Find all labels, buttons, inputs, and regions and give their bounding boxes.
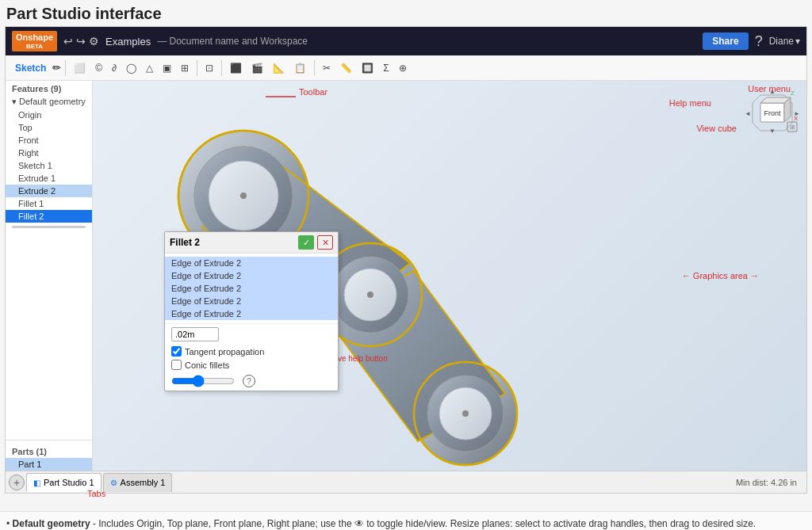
toolbar-btn-5[interactable]: △ — [142, 60, 157, 76]
dialog-title: Fillet 2 — [170, 237, 200, 248]
tab-part-studio-label: Part Studio 1 — [44, 478, 94, 487]
footer-text: - Includes Origin, Top plane, Front plan… — [90, 518, 756, 529]
tangent-propagation-checkbox[interactable] — [171, 346, 182, 357]
bottom-tabs: + ◧ Part Studio 1 ⚙ Assembly 1 Min dist:… — [6, 471, 806, 493]
help-menu-annotation: Help menu — [669, 98, 711, 108]
dialog-checkbox-tangent: Tangent propagation — [165, 345, 338, 358]
dialog-header-buttons: ✓ ✕ — [298, 235, 333, 250]
features-title: Features (9) — [6, 81, 92, 95]
dialog-ok-button[interactable]: ✓ — [298, 235, 314, 250]
tab-assembly-label: Assembly 1 — [121, 478, 166, 487]
toolbar-divider-4 — [314, 60, 315, 76]
toolbar-btn-17[interactable]: ⊕ — [395, 60, 411, 76]
sidebar-item-extrude2[interactable]: Extrude 2 — [6, 185, 92, 197]
graphics-area-annotation: ← Graphics area → — [682, 271, 759, 280]
toolbar-btn-6[interactable]: ▣ — [159, 60, 175, 76]
svg-text:◄: ◄ — [745, 110, 751, 117]
share-button[interactable]: Share — [703, 32, 748, 50]
user-menu-annotation: User menu — [748, 84, 791, 93]
chevron-down-icon: ▾ — [795, 36, 800, 47]
top-bar-right: Share ? Diane ▾ — [703, 32, 800, 50]
svg-text:Z: Z — [791, 90, 795, 97]
conic-fillets-checkbox[interactable] — [171, 360, 182, 370]
sidebar-item-origin[interactable]: Origin — [6, 109, 92, 121]
sketch-button[interactable]: Sketch — [10, 61, 51, 75]
user-menu[interactable]: Diane ▾ — [769, 36, 800, 47]
toolbar-divider-1 — [65, 60, 66, 76]
toolbar-btn-8[interactable]: ⊡ — [201, 60, 217, 76]
sidebar-item-part1[interactable]: Part 1 — [6, 458, 92, 471]
sidebar-spacer — [6, 231, 92, 238]
svg-text:►: ► — [794, 110, 800, 117]
toolbar-btn-11[interactable]: 📐 — [269, 60, 289, 76]
app-container: Onshape BETA ↩ ↪ ⚙ Examples — Document n… — [5, 26, 807, 494]
page-title: Part Studio interface — [0, 0, 812, 26]
assembly-icon: ⚙ — [110, 479, 117, 487]
sidebar: Features (9) ▾ Default geometry Origin T… — [6, 81, 93, 471]
toolbar-btn-9[interactable]: ⬛ — [226, 60, 246, 76]
toolbar: Sketch ✏ ⬜ © ∂ ◯ △ ▣ ⊞ ⊡ ⬛ 🎬 📐 📋 ✂ 📏 🔲 Σ… — [6, 55, 806, 81]
toolbar-btn-14[interactable]: 📏 — [336, 60, 356, 76]
sidebar-item-sketch1[interactable]: Sketch 1 — [6, 159, 92, 172]
onshape-logo: Onshape BETA — [12, 31, 57, 52]
svg-point-21 — [367, 292, 373, 298]
top-bar: Onshape BETA ↩ ↪ ⚙ Examples — Document n… — [6, 27, 806, 55]
svg-text:Front: Front — [764, 109, 781, 117]
toolbar-btn-15[interactable]: 🔲 — [358, 60, 377, 76]
toolbar-btn-13[interactable]: ✂ — [319, 60, 335, 76]
sidebar-item-fillet2[interactable]: Fillet 2 — [6, 210, 92, 223]
tab-assembly[interactable]: ⚙ Assembly 1 — [103, 473, 173, 492]
top-bar-tools: ↩ ↪ ⚙ — [63, 35, 99, 48]
status-bar: Min dist: 4.26 in — [730, 478, 803, 487]
sidebar-item-front[interactable]: Front — [6, 134, 92, 147]
help-icon-btn[interactable]: ? — [755, 33, 763, 50]
toolbar-btn-4[interactable]: ◯ — [122, 60, 140, 76]
svg-point-17 — [240, 193, 247, 199]
default-geometry-group[interactable]: ▾ Default geometry — [6, 95, 92, 109]
toolbar-divider-2 — [197, 60, 197, 76]
view-cube[interactable]: Front X Z ▲ ▼ ◄ ► ⊞ — [745, 87, 800, 135]
toolbar-btn-3[interactable]: ∂ — [108, 60, 121, 76]
toolbar-btn-7[interactable]: ⊞ — [177, 60, 193, 76]
toolbar-btn-1[interactable]: ⬜ — [70, 60, 90, 76]
toolbar-btn-10[interactable]: 🎬 — [247, 60, 267, 76]
dialog-list-item-4[interactable]: Edge of Extrude 2 — [165, 295, 338, 307]
conic-slider[interactable] — [171, 375, 235, 387]
sidebar-item-extrude1[interactable]: Extrude 1 — [6, 172, 92, 185]
svg-text:⊞: ⊞ — [790, 124, 795, 131]
dialog-slider-row: ? — [165, 372, 338, 391]
workspace-label: — Document name and Workspace — [157, 36, 308, 47]
dialog-cancel-button[interactable]: ✕ — [317, 235, 333, 250]
dialog-list-item-3[interactable]: Edge of Extrude 2 — [165, 282, 338, 295]
dialog-list-item-2[interactable]: Edge of Extrude 2 — [165, 269, 338, 282]
toolbar-btn-16[interactable]: Σ — [379, 60, 393, 76]
sidebar-item-fillet1[interactable]: Fillet 1 — [6, 197, 92, 210]
footer-bold: Default geometry — [13, 518, 90, 529]
sketch-icon[interactable]: ✏ — [52, 62, 61, 74]
toolbar-annotation: Toolbar — [299, 87, 327, 97]
add-tab-button[interactable]: + — [9, 475, 25, 490]
context-help-button[interactable]: ? — [243, 375, 255, 387]
redo-icon[interactable]: ↪ — [76, 35, 86, 48]
main-content: Features (9) ▾ Default geometry Origin T… — [6, 81, 806, 471]
parts-section: Parts (1) Part 1 — [6, 440, 92, 471]
toolbar-btn-2[interactable]: © — [91, 60, 106, 76]
rollback-bar[interactable] — [12, 226, 86, 228]
dialog-header: Fillet 2 ✓ ✕ — [165, 232, 338, 254]
graphics-area[interactable]: Front X Z ▲ ▼ ◄ ► ⊞ — [93, 81, 806, 471]
dialog-checkbox-conic: Conic fillets — [165, 358, 338, 372]
svg-point-25 — [462, 410, 469, 417]
sidebar-item-right[interactable]: Right — [6, 147, 92, 159]
settings-icon[interactable]: ⚙ — [89, 35, 99, 48]
undo-icon[interactable]: ↩ — [63, 35, 73, 48]
toolbar-btn-12[interactable]: 📋 — [290, 60, 310, 76]
footer-description: • Default geometry - Includes Origin, To… — [0, 511, 812, 530]
toolbar-divider-3 — [221, 60, 222, 76]
part-studio-icon: ◧ — [33, 479, 40, 487]
dialog-list-item-1[interactable]: Edge of Extrude 2 — [165, 257, 338, 269]
dialog-input-row — [165, 324, 338, 345]
sidebar-item-top[interactable]: Top — [6, 121, 92, 134]
dialog-edge-list: Edge of Extrude 2 Edge of Extrude 2 Edge… — [165, 254, 338, 324]
fillet-radius-input[interactable] — [171, 327, 219, 341]
dialog-list-item-5[interactable]: Edge of Extrude 2 — [165, 307, 338, 320]
